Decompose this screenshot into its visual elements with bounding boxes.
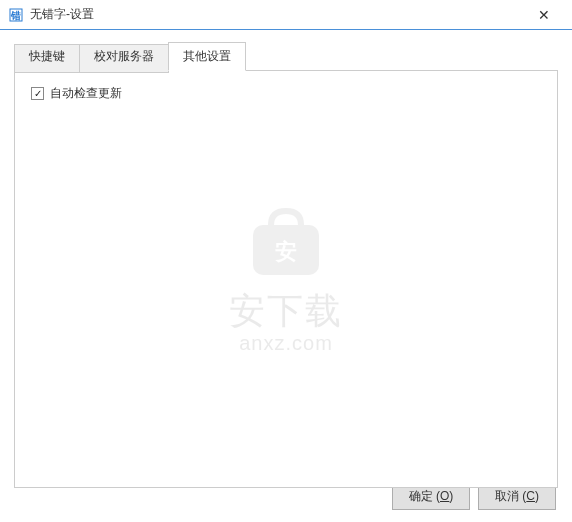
svg-text:错: 错 [10, 10, 21, 21]
svg-rect-2 [253, 225, 319, 275]
close-button[interactable]: ✕ [524, 1, 564, 29]
watermark-text: 安下载 [229, 287, 343, 336]
tab-other-settings[interactable]: 其他设置 [168, 42, 246, 71]
auto-update-checkbox[interactable]: ✓ [31, 87, 44, 100]
tab-shortcuts[interactable]: 快捷键 [14, 44, 80, 73]
watermark-subtext: anxz.com [229, 332, 343, 355]
auto-update-row: ✓ 自动检查更新 [31, 85, 541, 102]
window-title: 无错字-设置 [30, 6, 524, 23]
tab-strip: 快捷键 校对服务器 其他设置 [14, 42, 558, 71]
close-icon: ✕ [538, 7, 550, 23]
auto-update-label: 自动检查更新 [50, 85, 122, 102]
content-area: 快捷键 校对服务器 其他设置 ✓ 自动检查更新 安 安下载 anxz.com [0, 30, 572, 488]
app-icon: 错 [8, 7, 24, 23]
checkmark-icon: ✓ [34, 89, 42, 99]
settings-panel: ✓ 自动检查更新 安 安下载 anxz.com [14, 70, 558, 488]
watermark: 安 安下载 anxz.com [229, 203, 343, 355]
titlebar: 错 无错字-设置 ✕ [0, 0, 572, 30]
svg-text:安: 安 [275, 239, 297, 264]
watermark-bag-icon: 安 [229, 203, 343, 283]
tab-proofreading-server[interactable]: 校对服务器 [79, 44, 169, 73]
